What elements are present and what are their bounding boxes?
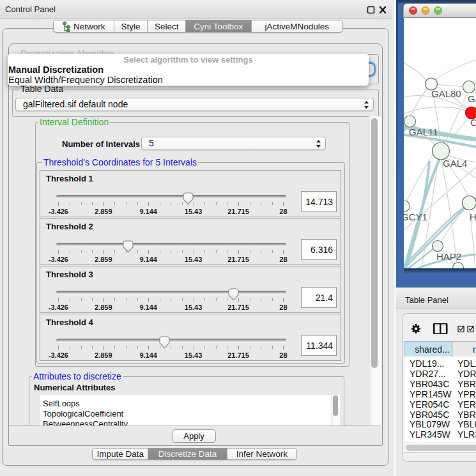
svg-text:GA: GA (468, 93, 476, 104)
svg-text:GAL4: GAL4 (443, 158, 467, 169)
svg-text:GAL11: GAL11 (409, 127, 438, 137)
svg-text:H: H (470, 211, 476, 222)
svg-text:GAL80: GAL80 (431, 88, 461, 99)
svg-text:HAP2: HAP2 (436, 251, 461, 262)
svg-text:C: C (470, 117, 476, 128)
svg-text:GCY1: GCY1 (404, 211, 427, 222)
